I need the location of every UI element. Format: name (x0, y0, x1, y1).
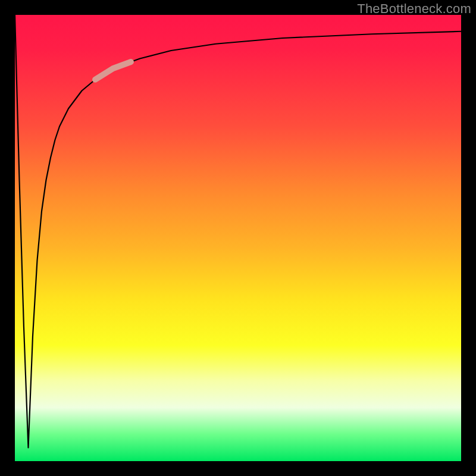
watermark-text: TheBottleneck.com (357, 1, 471, 17)
bottleneck-curve (15, 15, 461, 448)
frame-bottom (0, 461, 476, 476)
chart-curve-layer (15, 15, 461, 461)
frame-left (0, 0, 15, 476)
chart-stage: TheBottleneck.com (0, 0, 476, 476)
frame-right (461, 0, 476, 476)
curve-highlight (95, 62, 131, 80)
